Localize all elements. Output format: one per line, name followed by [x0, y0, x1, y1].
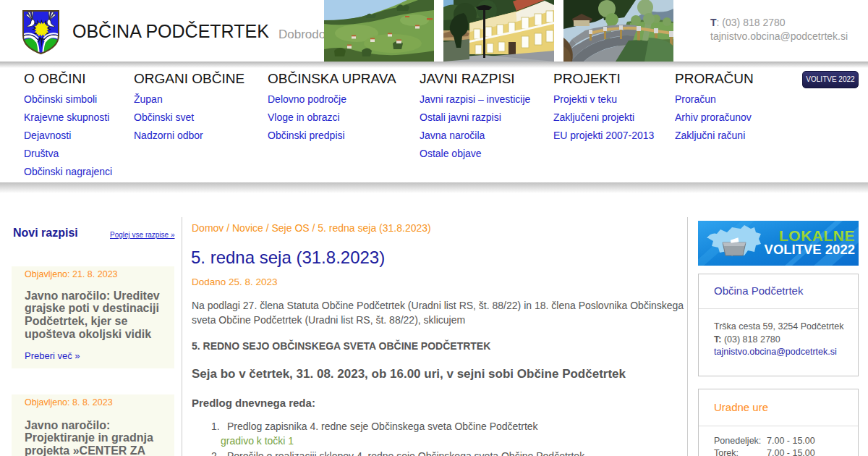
svg-text:VOLITVE 2022: VOLITVE 2022 [765, 242, 855, 257]
